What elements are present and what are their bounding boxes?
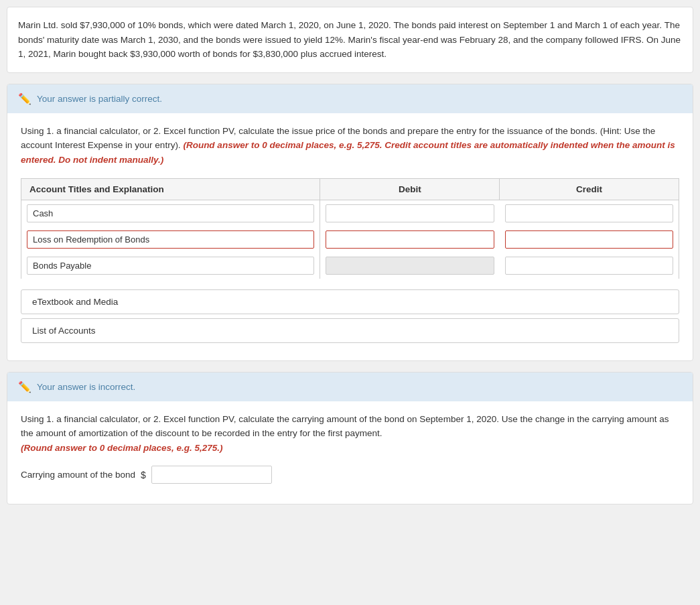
etextbook-button[interactable]: eTextbook and Media [21,289,679,314]
section2-instructions-normal: Using 1. a financial calculator, or 2. E… [21,414,669,439]
table-row [21,253,679,279]
account-input-2[interactable] [27,257,314,275]
list-accounts-button[interactable]: List of Accounts [21,318,679,343]
credit-input-1[interactable] [505,230,673,249]
account-input-1[interactable] [27,230,314,249]
section2-alert-text: Your answer is incorrect. [37,382,135,392]
section2-instructions: Using 1. a financial calculator, or 2. E… [21,412,679,456]
dollar-sign: $ [141,470,146,480]
section2-alert-banner: ✏️ Your answer is incorrect. [7,373,693,401]
col-header-account: Account Titles and Explanation [21,178,320,200]
section2-card: ✏️ Your answer is incorrect. Using 1. a … [7,372,693,505]
debit-input-1[interactable] [326,230,494,249]
section2-body: Using 1. a financial calculator, or 2. E… [7,412,693,491]
carrying-label: Carrying amount of the bond [21,470,135,480]
debit-input-2 [326,257,494,275]
section1-alert-text: Your answer is partially correct. [37,94,162,104]
credit-input-0[interactable] [505,204,673,222]
section1-card: ✏️ Your answer is partially correct. Usi… [7,84,693,361]
col-header-debit: Debit [320,178,500,200]
section2-instructions-red: (Round answer to 0 decimal places, e.g. … [21,443,223,453]
account-input-0[interactable] [27,204,314,222]
debit-input-0[interactable] [326,204,494,222]
section1-alert-banner: ✏️ Your answer is partially correct. [7,84,693,113]
credit-input-2[interactable] [505,257,673,275]
carrying-row: Carrying amount of the bond $ [21,466,679,484]
table-row [21,200,679,226]
table-row [21,226,679,253]
intro-card: Marin Ltd. sold $7,930,000 of 10% bonds,… [7,7,693,73]
col-header-credit: Credit [500,178,679,200]
section1-instructions: Using 1. a financial calculator, or 2. E… [21,124,679,167]
carrying-amount-input[interactable] [151,466,272,484]
intro-text: Marin Ltd. sold $7,930,000 of 10% bonds,… [18,18,682,62]
journal-table: Account Titles and Explanation Debit Cre… [21,178,679,279]
section1-body: Using 1. a financial calculator, or 2. E… [7,124,693,279]
pencil-icon: ✏️ [18,92,31,105]
pencil-icon-2: ✏️ [18,381,31,393]
